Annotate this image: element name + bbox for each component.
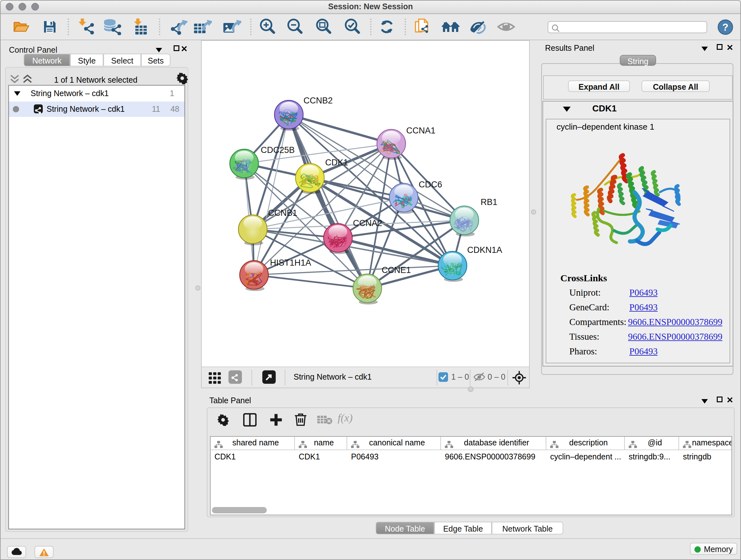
svg-text:CDKN1A: CDKN1A — [467, 245, 502, 255]
svg-text:?: ? — [723, 22, 729, 33]
svg-text:CDK1: CDK1 — [325, 158, 348, 167]
svg-text:CCNB1: CCNB1 — [268, 208, 297, 218]
svg-text:CCNE1: CCNE1 — [382, 265, 411, 275]
svg-text:HIST1H1A: HIST1H1A — [270, 258, 311, 267]
svg-text:CDC25B: CDC25B — [261, 145, 295, 155]
svg-text:CCNA1: CCNA1 — [406, 126, 435, 135]
svg-text:CCNA2: CCNA2 — [353, 219, 382, 228]
svg-text:RB1: RB1 — [481, 197, 497, 207]
svg-text:CDC6: CDC6 — [419, 180, 442, 189]
svg-text:CCNB2: CCNB2 — [304, 96, 333, 105]
